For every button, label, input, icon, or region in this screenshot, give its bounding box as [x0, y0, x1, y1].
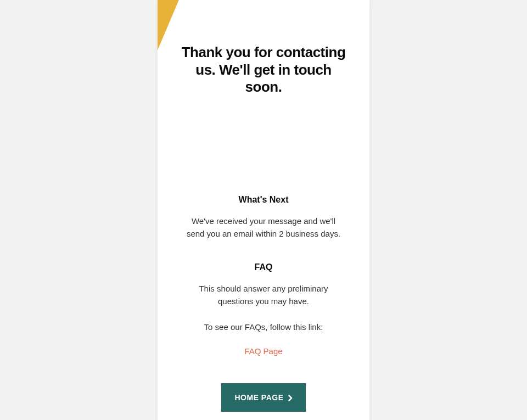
confirmation-card: Thank you for contacting us. We'll get i… — [158, 0, 369, 420]
faq-prompt: To see our FAQs, follow this link: — [180, 321, 347, 333]
chevron-right-icon — [288, 394, 293, 401]
home-page-button[interactable]: HOME PAGE — [221, 383, 305, 412]
faq-body: This should answer any preliminary quest… — [180, 282, 347, 308]
faq-section: FAQ This should answer any preliminary q… — [180, 262, 347, 378]
whats-next-section: What's Next We've received your message … — [180, 195, 347, 240]
faq-title: FAQ — [180, 262, 347, 272]
whats-next-title: What's Next — [180, 195, 347, 205]
home-button-label: HOME PAGE — [234, 393, 283, 402]
whats-next-body: We've received your message and we'll se… — [180, 215, 347, 240]
page-title: Thank you for contacting us. We'll get i… — [180, 44, 347, 96]
faq-page-link[interactable]: FAQ Page — [244, 346, 282, 356]
card-content: Thank you for contacting us. We'll get i… — [158, 0, 369, 420]
